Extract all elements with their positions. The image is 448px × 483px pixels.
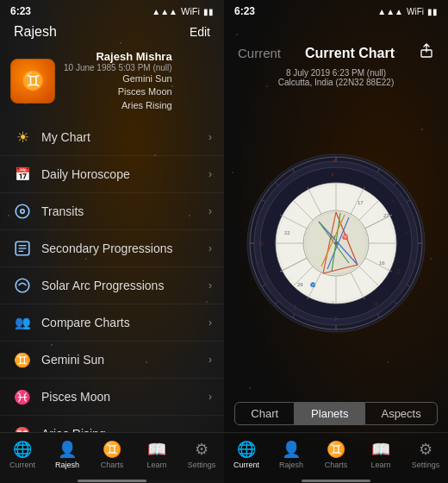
right-tab-label-settings: Settings xyxy=(412,461,440,469)
menu-label-pisces-moon: Pisces Moon xyxy=(41,390,208,404)
tab-settings[interactable]: ⚙ Settings xyxy=(184,440,219,469)
right-panel: 6:23 ▲▲▲ WiFi ▮▮ Current Current Chart 8… xyxy=(224,0,448,483)
right-tab-settings[interactable]: ⚙ Settings xyxy=(408,440,443,469)
menu-label-solar-arc-progressions: Solar Arc Progressions xyxy=(41,279,208,292)
svg-text:16: 16 xyxy=(379,260,385,266)
status-bar-right: 6:23 ▲▲▲ WiFi ▮▮ xyxy=(224,0,448,19)
chart-container: ♀ ♄ ♂ ☿ ♃ ☽ ⛢ ♆ ☉ ♇ ♂ ♀ xyxy=(224,91,448,395)
svg-text:29: 29 xyxy=(330,235,336,240)
menu-label-secondary-progressions: Secondary Progressions xyxy=(41,242,208,255)
aries-icon: ♈ xyxy=(12,423,33,432)
battery-icon: ▮▮ xyxy=(203,7,214,16)
svg-text:22: 22 xyxy=(284,230,290,235)
menu-label-daily-horoscope: Daily Horoscope xyxy=(41,167,208,181)
status-time-right: 6:23 xyxy=(234,5,255,17)
right-tab-label-learn: Learn xyxy=(370,461,390,469)
settings-tab-icon: ⚙ xyxy=(195,440,208,459)
right-tab-label-current: Current xyxy=(233,461,259,469)
signal-icon-right: ▲▲▲ xyxy=(377,7,403,16)
right-tab-label-charts: Charts xyxy=(325,461,348,469)
sidebar-item-pisces-moon[interactable]: ♓ Pisces Moon › xyxy=(0,379,224,416)
sun-sign: Gemini Sun xyxy=(122,73,171,84)
tab-charts[interactable]: ♊ Charts xyxy=(95,440,129,469)
svg-text:☽: ☽ xyxy=(332,316,337,323)
home-indicator-left xyxy=(0,480,224,483)
svg-text:♈: ♈ xyxy=(342,234,349,241)
svg-text:♂: ♂ xyxy=(405,229,409,236)
right-settings-tab-icon: ⚙ xyxy=(419,440,432,459)
chevron-icon-daily-horoscope: › xyxy=(208,168,212,180)
calendar-icon: 📅 xyxy=(12,164,33,185)
sidebar-item-daily-horoscope[interactable]: 📅 Daily Horoscope › xyxy=(0,156,224,193)
svg-text:☿: ☿ xyxy=(396,268,400,275)
tab-learn[interactable]: 📖 Learn xyxy=(140,440,174,469)
sidebar-item-compare-charts[interactable]: 👥 Compare Charts › xyxy=(0,304,224,342)
secondary-prog-icon xyxy=(12,238,33,259)
right-tab-rajesh[interactable]: 👤 Rajesh xyxy=(274,440,308,469)
svg-text:♂: ♂ xyxy=(290,173,295,180)
svg-text:♐: ♐ xyxy=(310,282,316,288)
right-current-tab-icon: 🌐 xyxy=(237,440,256,459)
transits-icon xyxy=(12,201,33,222)
sidebar-item-aries-rising[interactable]: ♈ Aries Rising › xyxy=(0,416,224,432)
chevron-icon-compare-charts: › xyxy=(208,317,212,329)
sidebar-item-secondary-progressions[interactable]: Secondary Progressions › xyxy=(0,230,224,267)
tab-current[interactable]: 🌐 Current xyxy=(5,440,40,469)
tab-rajesh[interactable]: 👤 Rajesh xyxy=(50,440,84,469)
charts-tab-icon: ♊ xyxy=(103,440,121,459)
chart-button[interactable]: Chart xyxy=(234,402,295,425)
right-tab-learn[interactable]: 📖 Learn xyxy=(364,440,398,469)
menu-label-gemini-sun: Gemini Sun xyxy=(41,353,208,367)
sidebar-item-gemini-sun[interactable]: ♊ Gemini Sun › xyxy=(0,342,224,379)
learn-tab-icon: 📖 xyxy=(147,440,166,459)
right-learn-tab-icon: 📖 xyxy=(371,440,390,459)
status-icons-right: ▲▲▲ WiFi ▮▮ xyxy=(377,7,438,16)
wifi-icon-right: WiFi xyxy=(407,7,424,16)
sidebar-item-solar-arc-progressions[interactable]: Solar Arc Progressions › xyxy=(0,267,224,304)
planets-button[interactable]: Planets xyxy=(295,402,364,425)
svg-text:♃: ♃ xyxy=(373,301,378,308)
wifi-icon: WiFi xyxy=(181,6,200,16)
edit-button[interactable]: Edit xyxy=(190,25,210,39)
signal-icon: ▲▲▲ xyxy=(152,7,177,16)
svg-text:♄: ♄ xyxy=(390,198,395,204)
tab-label-charts: Charts xyxy=(101,461,124,469)
tab-label-rajesh: Rajesh xyxy=(55,461,79,469)
menu-list: ☀ My Chart › 📅 Daily Horoscope › xyxy=(0,119,224,432)
home-indicator-right xyxy=(224,480,448,483)
tab-label-settings: Settings xyxy=(188,461,216,469)
profile-name: Rajesh Mishra xyxy=(64,50,172,63)
sidebar-item-my-chart[interactable]: ☀ My Chart › xyxy=(0,119,224,156)
svg-text:♆: ♆ xyxy=(264,275,270,282)
gemini-icon: ♊ xyxy=(12,349,33,370)
chart-location: Calcutta, India (22N32 88E22) xyxy=(278,78,395,87)
tab-current-label[interactable]: Current xyxy=(238,46,281,60)
menu-label-transits: Transits xyxy=(41,204,208,218)
svg-text:♇: ♇ xyxy=(264,204,270,211)
chevron-icon-solar-arc-progressions: › xyxy=(208,279,212,292)
status-time-left: 6:23 xyxy=(10,5,31,17)
left-panel: 6:23 ▲▲▲ WiFi ▮▮ Rajesh Edit ♊ Rajesh Mi… xyxy=(0,0,224,483)
moon-sign: Pisces Moon xyxy=(118,86,172,97)
right-tab-charts[interactable]: ♊ Charts xyxy=(319,440,353,469)
share-button[interactable] xyxy=(419,43,434,63)
battery-icon-right: ▮▮ xyxy=(427,7,438,16)
right-header: Current Current Chart xyxy=(224,19,448,68)
profile-section: ♊ Rajesh Mishra 10 June 1985 5:03 PM (nu… xyxy=(0,45,224,119)
chart-date: 8 July 2019 6:23 PM (null) xyxy=(286,68,386,78)
svg-text:27: 27 xyxy=(383,213,389,218)
svg-text:↑: ↑ xyxy=(332,299,334,304)
svg-text:♀: ♀ xyxy=(332,158,336,165)
aspects-button[interactable]: Aspects xyxy=(364,402,437,425)
rising-sign: Aries Rising xyxy=(121,100,172,110)
bottom-tabs-left: 🌐 Current 👤 Rajesh ♊ Charts 📖 Learn ⚙ Se… xyxy=(0,432,224,480)
sun-icon: ☀ xyxy=(12,127,33,147)
right-rajesh-tab-icon: 👤 xyxy=(282,440,301,459)
chevron-icon-my-chart: › xyxy=(208,131,212,143)
sidebar-item-transits[interactable]: Transits › xyxy=(0,193,224,230)
chevron-icon-secondary-progressions: › xyxy=(208,242,212,254)
svg-text:☉: ☉ xyxy=(258,241,264,248)
right-tab-current[interactable]: 🌐 Current xyxy=(229,440,264,469)
right-tab-label-rajesh: Rajesh xyxy=(279,461,303,469)
svg-point-6 xyxy=(16,279,29,292)
